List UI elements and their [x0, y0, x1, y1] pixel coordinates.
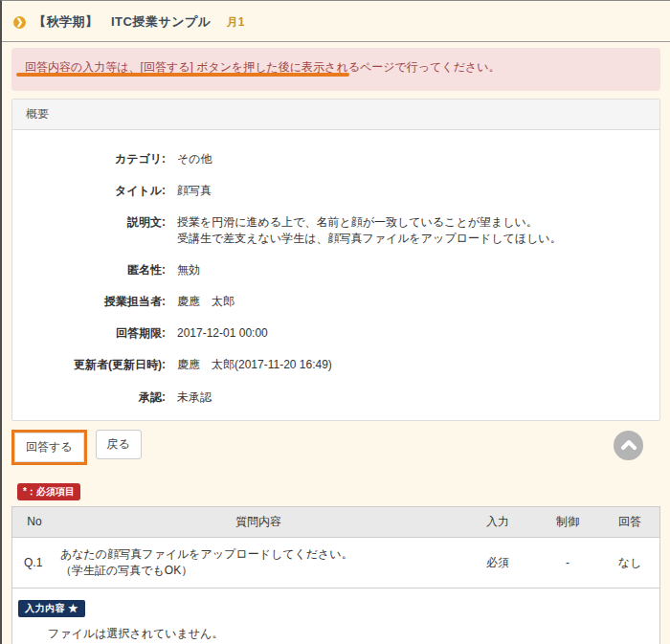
field-label: 説明文:: [12, 214, 166, 245]
page-header: ❯ 【秋学期】 ITC授業サンプル 月1: [2, 1, 670, 41]
field-label: 授業担当者:: [12, 294, 166, 309]
field-updater: 更新者(更新日時): 慶應 太郎(2017-11-20 16:49): [12, 357, 659, 372]
header-divider: [2, 41, 670, 42]
questions-table: No 質問内容 入力 制御 回答 Q.1 あなたの顔写真ファイルをアップロードし…: [12, 507, 659, 589]
file-selection-status: ファイルは選択されていません。: [48, 626, 659, 642]
field-value: 慶應 太郎: [177, 294, 234, 309]
field-description: 説明文: 授業を円滑に進める上で、名前と顔が一致していることが望ましい。 受講生…: [12, 214, 659, 245]
answer-button[interactable]: 回答する: [14, 433, 84, 462]
scroll-to-top-button[interactable]: [614, 431, 643, 460]
question-number: Q.1: [12, 537, 56, 588]
notice-banner: 回答内容の入力等は、[回答する] ボタンを押した後に表示されるページで行ってくだ…: [11, 48, 660, 91]
question-content: あなたの顔写真ファイルをアップロードしてください。 （学生証の写真でもOK）: [56, 537, 460, 588]
table-header-row: No 質問内容 入力 制御 回答: [12, 507, 659, 538]
field-label: タイトル:: [12, 183, 166, 198]
field-anonymity: 匿名性: 無効: [12, 262, 659, 278]
question-control: -: [535, 537, 600, 588]
column-header-no: No: [12, 507, 56, 538]
overview-panel: 概要 カテゴリ: その他 タイトル: 顔写真 説明文: 授業を円滑に進める上で、…: [11, 99, 660, 421]
back-button[interactable]: 戻る: [96, 430, 142, 459]
field-value: その他: [177, 151, 212, 167]
field-value: 無効: [177, 262, 200, 278]
field-value: 授業を円滑に進める上で、名前と顔が一致していることが望ましい。 受講生で差支えな…: [177, 214, 562, 245]
actions-top: 回答する 戻る: [11, 430, 660, 464]
field-approval: 承認: 未承認: [12, 389, 659, 405]
field-category: カテゴリ: その他: [12, 151, 659, 167]
field-label: 承認:: [12, 389, 166, 405]
questions-panel: No 質問内容 入力 制御 回答 Q.1 あなたの顔写真ファイルをアップロードし…: [11, 506, 660, 644]
page-title: 【秋学期】 ITC授業サンプル: [34, 13, 212, 31]
field-value: 未承認: [177, 389, 212, 405]
overview-panel-title: 概要: [12, 100, 659, 130]
column-header-answer: 回答: [600, 507, 659, 538]
chevron-right-circle-icon: ❯: [13, 16, 26, 29]
column-header-input: 入力: [460, 507, 535, 538]
field-title: タイトル: 顔写真: [12, 183, 659, 198]
input-content-badge: 入力内容 ★: [18, 600, 85, 617]
field-deadline: 回答期限: 2017-12-01 00:00: [12, 325, 659, 341]
annotation-underline: [16, 73, 349, 77]
field-label: カテゴリ:: [12, 151, 166, 167]
input-content-section: 入力内容 ★ ファイルは選択されていません。: [12, 588, 659, 644]
field-value: 2017-12-01 00:00: [177, 325, 268, 341]
field-value: 慶應 太郎(2017-11-20 16:49): [177, 357, 332, 372]
overview-panel-body: カテゴリ: その他 タイトル: 顔写真 説明文: 授業を円滑に進める上で、名前と…: [12, 130, 659, 420]
required-items-badge: *：必須項目: [17, 483, 80, 500]
field-instructor: 授業担当者: 慶應 太郎: [12, 294, 659, 309]
course-period-badge: 月1: [227, 14, 245, 31]
column-header-control: 制御: [535, 507, 600, 538]
column-header-content: 質問内容: [56, 507, 460, 538]
annotation-highlight-box: 回答する: [11, 430, 87, 465]
field-label: 更新者(更新日時):: [12, 357, 166, 372]
field-value: 顔写真: [177, 183, 212, 198]
notice-text: 回答内容の入力等は、[回答する] ボタンを押した後に表示されるページで行ってくだ…: [25, 60, 500, 74]
field-label: 匿名性:: [12, 262, 166, 278]
table-row: Q.1 あなたの顔写真ファイルをアップロードしてください。 （学生証の写真でもO…: [12, 537, 659, 588]
question-input-required: 必須: [460, 537, 535, 588]
question-answer-status: なし: [600, 537, 659, 588]
field-label: 回答期限:: [12, 325, 166, 341]
chevron-up-icon: [621, 439, 636, 451]
